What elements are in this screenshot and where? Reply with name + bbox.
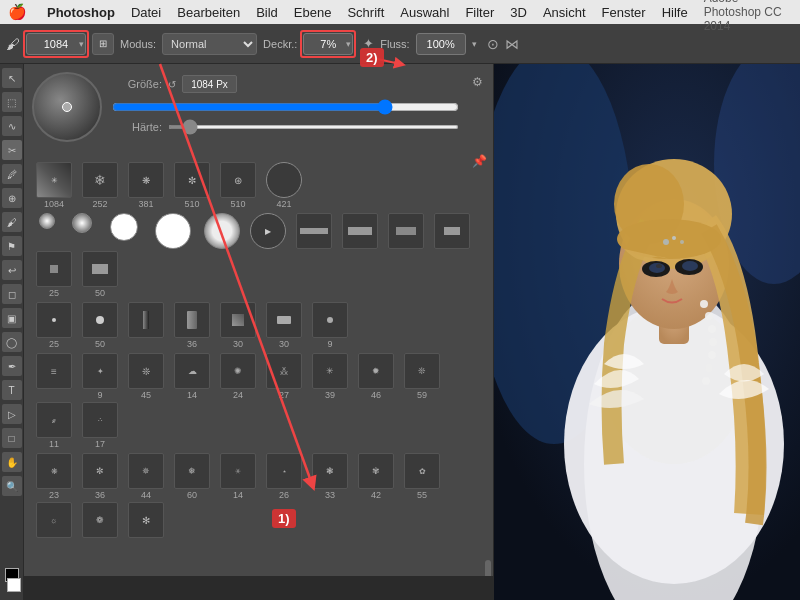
opacity-arrow: ▾ [346,39,351,49]
gradient-tool[interactable]: ▣ [2,308,22,328]
brush-cell[interactable]: ☼ 70 [32,502,76,538]
brush-cell[interactable]: ❊ 45 [124,353,168,400]
brush-tool-icon[interactable]: 🖌 [6,36,20,52]
brush-cell[interactable]: ⋆ 26 [262,453,306,500]
brush-row-0: ✳ 1084 ❄ 252 ❋ 381 [32,162,485,209]
brush-cell[interactable] [124,302,168,349]
brush-cell[interactable]: ❁ 112 [78,502,122,538]
shape-tool[interactable]: □ [2,428,22,448]
panel-settings-icon[interactable]: ⚙ [469,74,485,90]
brush-cell[interactable] [32,213,62,249]
brush-cell[interactable]: ❄ 252 [78,162,122,209]
crop-tool[interactable]: ✂ [2,140,22,160]
brush-cell[interactable] [292,213,336,249]
brush-cell[interactable]: ✦ 9 [78,353,122,400]
move-tool[interactable]: ↖ [2,68,22,88]
path-select-tool[interactable]: ▷ [2,404,22,424]
brush-cell[interactable]: ❊ 59 [400,353,444,400]
brush-cell[interactable] [148,213,198,249]
brush-cell[interactable]: ❃ 33 [308,453,352,500]
brush-cell[interactable]: 36 [170,302,214,349]
brush-cell[interactable]: ▶ [246,213,290,249]
zoom-tool[interactable]: 🔍 [2,476,22,496]
brush-cell[interactable] [102,213,146,249]
brush-cell[interactable]: ⊛ 510 [216,162,260,209]
brush-cell[interactable]: ☁ 14 [170,353,214,400]
mode-label: Modus: [120,38,156,50]
reset-icon[interactable]: ↺ [168,79,176,90]
brush-cell[interactable]: ❅ 60 [170,453,214,500]
brush-cell[interactable]: ✾ 42 [354,453,398,500]
brush-panel: Größe: ↺ 1084 Px Härte: ⚙ 📌 [24,64,494,600]
eyedropper-tool[interactable]: 🖉 [2,164,22,184]
brush-cell[interactable]: ❋ 23 [32,453,76,500]
brush-cell[interactable]: ✵ 44 [124,453,168,500]
brush-cell[interactable]: ∴ 17 [78,402,122,449]
symmetry-icon[interactable]: ⋈ [505,36,519,52]
brush-cell[interactable]: ✻ 134 [124,502,168,538]
menu-item-schrift[interactable]: Schrift [347,5,384,20]
menu-item-3d[interactable]: 3D [510,5,527,20]
brush-cell[interactable]: ✳ 1084 [32,162,76,209]
menu-item-ansicht[interactable]: Ansicht [543,5,586,20]
brush-cell[interactable]: ✼ 36 [78,453,122,500]
flow-input[interactable]: 100% [416,33,466,55]
history-brush-tool[interactable]: ↩ [2,260,22,280]
brush-cell[interactable]: 50 [78,302,122,349]
brush-size-input[interactable]: 1084 [26,33,86,55]
brush-cell[interactable]: ✼ 510 [170,162,214,209]
brush-cell[interactable] [200,213,244,249]
brush-tool[interactable]: 🖌 [2,212,22,232]
tablet-pressure-icon[interactable]: ⊙ [487,36,499,52]
menu-item-fenster[interactable]: Fenster [602,5,646,20]
hardness-slider[interactable] [168,125,459,129]
brush-cell[interactable]: ⁂ 27 [262,353,306,400]
size-slider[interactable] [112,99,459,115]
brush-cell[interactable]: 50 [78,251,122,298]
brush-cell[interactable]: ⸙ 11 [32,402,76,449]
brush-cell[interactable]: ⚹ 14 [216,453,260,500]
menu-item-bearbeiten[interactable]: Bearbeiten [177,5,240,20]
brush-cell[interactable]: ≡ [32,353,76,400]
menu-item-ebene[interactable]: Ebene [294,5,332,20]
clone-tool[interactable]: ⚑ [2,236,22,256]
brush-cell[interactable]: 421 [262,162,306,209]
brush-cell[interactable]: ❋ 381 [124,162,168,209]
brush-cell[interactable]: ✳ 39 [308,353,352,400]
brush-options-button[interactable]: ⊞ [92,33,114,55]
select-tool[interactable]: ⬚ [2,92,22,112]
menu-item-filter[interactable]: Filter [465,5,494,20]
menu-item-hilfe[interactable]: Hilfe [662,5,688,20]
size-value-input[interactable]: 1084 Px [182,75,237,93]
eraser-tool[interactable]: ◻ [2,284,22,304]
menu-item-bild[interactable]: Bild [256,5,278,20]
brush-cell[interactable] [338,213,382,249]
brush-cell[interactable]: 9 [308,302,352,349]
brush-cell[interactable] [430,213,474,249]
brush-cell[interactable]: ✺ 24 [216,353,260,400]
dodge-tool[interactable]: ◯ [2,332,22,352]
menu-item-auswahl[interactable]: Auswahl [400,5,449,20]
panel-bottom-bar [24,576,494,600]
brush-cell[interactable] [384,213,428,249]
mode-select[interactable]: Normal Multiplizieren Abwedeln [162,33,257,55]
panel-pin-icon[interactable]: 📌 [472,154,487,168]
brush-cell[interactable]: ✿ 55 [400,453,444,500]
text-tool[interactable]: T [2,380,22,400]
brush-cell[interactable]: 30 [262,302,306,349]
brush-cell[interactable] [64,213,100,249]
brush-cell[interactable]: 30 [216,302,260,349]
lasso-tool[interactable]: ∿ [2,116,22,136]
menu-item-datei[interactable]: Datei [131,5,161,20]
brush-cell[interactable]: 25 [32,251,76,298]
svg-point-23 [663,239,669,245]
brush-cell[interactable]: ✹ 46 [354,353,398,400]
pen-tool[interactable]: ✒ [2,356,22,376]
brush-preview [32,72,102,142]
brush-cell[interactable]: 25 [32,302,76,349]
svg-point-25 [680,240,684,244]
airbrush-icon[interactable]: ✦ [363,36,374,51]
heal-tool[interactable]: ⊕ [2,188,22,208]
background-color[interactable] [7,578,21,592]
hand-tool[interactable]: ✋ [2,452,22,472]
